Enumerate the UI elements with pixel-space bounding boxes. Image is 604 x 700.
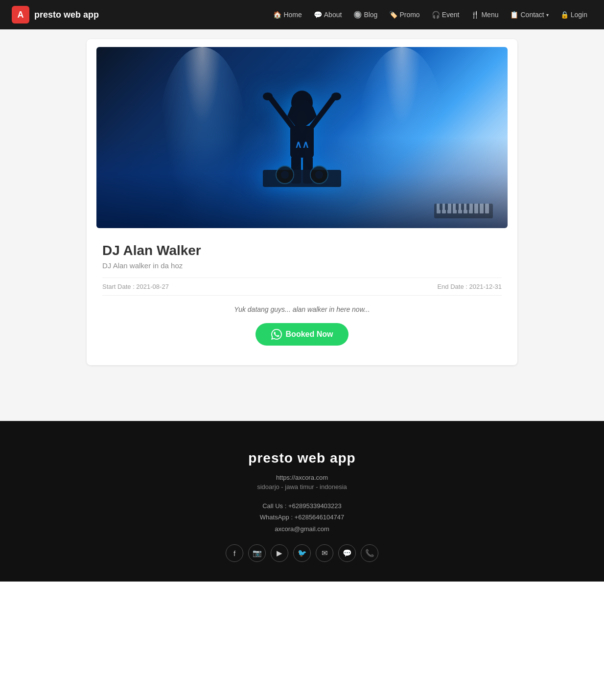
event-dates: Start Date : 2021-08-27 End Date : 2021-… — [102, 278, 502, 296]
home-icon: 🏠 — [273, 11, 281, 19]
synth-svg — [434, 199, 493, 218]
svg-rect-25 — [456, 204, 459, 210]
nav-about[interactable]: 💬 About — [309, 8, 347, 22]
footer-email: axcora@gmail.com — [10, 523, 594, 535]
contact-icon: 📋 — [510, 11, 518, 19]
svg-rect-15 — [447, 204, 451, 213]
event-image: ∧∧ — [96, 47, 508, 228]
nav-blog[interactable]: 🔘 Blog — [348, 8, 382, 22]
promo-icon: 🏷️ — [389, 11, 397, 19]
svg-rect-27 — [466, 204, 469, 210]
social-twitter[interactable]: 🐦 — [293, 544, 311, 562]
event-details: DJ Alan Walker DJ Alan walker in da hoz … — [87, 228, 517, 346]
menu-icon: 🍴 — [471, 11, 479, 19]
social-instagram[interactable]: 📷 — [248, 544, 266, 562]
event-icon: 🎧 — [432, 11, 440, 19]
nav-contact[interactable]: 📋 Contact ▾ — [505, 8, 553, 22]
navbar: A presto web app 🏠 Home 💬 About 🔘 Blog 🏷… — [0, 0, 604, 29]
book-now-label: Booked Now — [286, 330, 333, 339]
book-now-button[interactable]: Booked Now — [256, 323, 349, 346]
svg-rect-22 — [485, 204, 489, 213]
svg-rect-23 — [440, 204, 442, 210]
event-description: Yuk datang guys... alan walker in here n… — [102, 305, 502, 313]
social-icons: f 📷 ▶ 🐦 ✉ 💬 📞 — [10, 544, 594, 562]
dj-silhouette: ∧∧ — [253, 79, 351, 189]
start-date: Start Date : 2021-08-27 — [102, 283, 169, 290]
end-date: End Date : 2021-12-31 — [437, 283, 502, 290]
social-facebook[interactable]: f — [226, 544, 243, 562]
login-icon: 🔒 — [560, 11, 569, 19]
social-phone[interactable]: 📞 — [361, 544, 378, 562]
svg-rect-20 — [474, 204, 478, 213]
svg-point-11 — [315, 171, 323, 179]
svg-text:∧∧: ∧∧ — [295, 139, 309, 150]
nav-event[interactable]: 🎧 Event — [427, 8, 465, 22]
contact-dropdown-icon: ▾ — [546, 12, 549, 18]
event-image-container: ∧∧ — [87, 47, 517, 228]
nav-links: 🏠 Home 💬 About 🔘 Blog 🏷️ Promo 🎧 Event 🍴… — [268, 8, 592, 22]
whatsapp-icon — [271, 329, 282, 340]
svg-rect-19 — [469, 204, 473, 213]
content-card: ∧∧ — [87, 39, 517, 365]
footer-brand: presto web app — [10, 450, 594, 466]
event-subtitle: DJ Alan walker in da hoz — [102, 261, 502, 270]
nav-promo[interactable]: 🏷️ Promo — [384, 8, 424, 22]
social-whatsapp[interactable]: 💬 — [338, 544, 356, 562]
dj-svg: ∧∧ — [253, 79, 351, 187]
svg-point-4 — [331, 93, 341, 100]
nav-login[interactable]: 🔒 Login — [556, 8, 592, 22]
footer-contact: Call Us : +62895339403223 WhatsApp : +62… — [10, 500, 594, 535]
nav-brand-text: presto web app — [34, 10, 99, 20]
page-wrapper: ∧∧ — [0, 29, 604, 421]
nav-logo-icon: A — [12, 6, 29, 23]
svg-point-3 — [263, 93, 273, 100]
footer-whatsapp: WhatsApp : +6285646104747 — [10, 512, 594, 523]
nav-brand[interactable]: A presto web app — [12, 6, 268, 23]
nav-menu[interactable]: 🍴 Menu — [466, 8, 503, 22]
svg-rect-26 — [461, 204, 464, 210]
social-youtube[interactable]: ▶ — [271, 544, 288, 562]
social-email[interactable]: ✉ — [316, 544, 333, 562]
svg-rect-7 — [263, 170, 341, 187]
svg-rect-24 — [445, 204, 448, 210]
event-title: DJ Alan Walker — [102, 243, 502, 258]
svg-point-9 — [281, 171, 289, 179]
footer-call: Call Us : +62895339403223 — [10, 500, 594, 512]
blog-icon: 🔘 — [353, 11, 362, 19]
footer-url: https://axcora.com — [10, 474, 594, 481]
footer-address: sidoarjo - jawa timur - indonesia — [10, 483, 594, 490]
about-icon: 💬 — [314, 11, 322, 19]
footer: presto web app https://axcora.com sidoar… — [0, 421, 604, 582]
nav-home[interactable]: 🏠 Home — [268, 8, 306, 22]
svg-rect-21 — [480, 204, 484, 213]
